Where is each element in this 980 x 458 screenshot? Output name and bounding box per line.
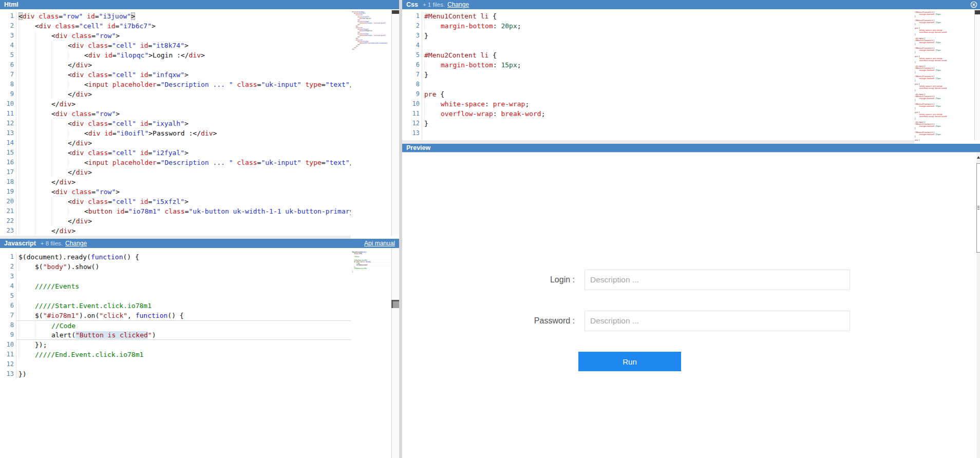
js-panel-header: Javascript + 8 files. Change Api manual	[0, 239, 399, 248]
js-api-manual-link[interactable]: Api manual	[364, 240, 395, 247]
code-line: 11overflow-wrap: break-word;	[402, 109, 914, 119]
line-number: 9	[0, 330, 14, 340]
css-vertical-scrollbar[interactable]	[974, 9, 980, 140]
code-line: 8	[402, 80, 914, 89]
line-number: 13	[402, 128, 420, 138]
code-line: 20<div class="cell" id="i5xfzl">	[0, 197, 351, 206]
code-line: 12}	[402, 119, 914, 128]
css-minimap[interactable]: #Menu1Content li {margin-bottom: 20px;}#…	[914, 11, 974, 141]
line-number: 4	[0, 41, 14, 50]
code-line: 8//Code	[0, 320, 351, 330]
line-number: 10	[402, 99, 420, 109]
code-line: 2margin-bottom: 20px;	[402, 21, 914, 31]
line-number: 12	[402, 119, 420, 128]
code-line: 5	[0, 291, 351, 301]
line-number: 12	[0, 359, 14, 369]
code-line: 4<div class="cell" id="it8k74">	[0, 41, 351, 50]
splitter-handle[interactable]	[391, 300, 399, 308]
code-line: 13})	[0, 369, 351, 379]
code-line: 3}	[402, 31, 914, 41]
code-line: 7$("#io78m1").on("click", function() {	[0, 311, 351, 320]
line-number: 20	[0, 197, 14, 206]
line-number: 6	[0, 60, 14, 70]
html-panel-title: Html	[4, 1, 18, 8]
line-number: 17	[0, 167, 14, 177]
line-number: 11	[0, 109, 14, 119]
line-number: 4	[0, 281, 14, 291]
code-line: pre {	[914, 139, 974, 141]
code-line: 23</div>	[0, 226, 351, 236]
js-code-editor[interactable]: 1$(document).ready(function() {2$("body"…	[0, 248, 351, 458]
code-line: 12<div class="cell" id="ixyalh">	[0, 119, 351, 128]
css-change-link[interactable]: Change	[447, 1, 469, 8]
code-line: 11/////End.Event.click.io78m1	[0, 350, 351, 359]
code-line: 9pre {	[402, 89, 914, 99]
line-number: 16	[0, 158, 14, 167]
code-line: 5<div id="ilopqc">Login :</div>	[0, 50, 351, 60]
code-line: 8<input placeholder="Description ... " c…	[0, 80, 351, 89]
line-number: 3	[0, 272, 14, 281]
html-minimap[interactable]: <div class="row" id="i3juow"><div class=…	[352, 11, 391, 53]
code-line: 6margin-bottom: 15px;	[402, 60, 914, 70]
code-line: 14</div>	[0, 138, 351, 148]
line-number: 8	[402, 80, 420, 89]
line-number: 11	[402, 109, 420, 119]
code-line: 9</div>	[0, 89, 351, 99]
js-files-note: + 8 files.	[41, 240, 63, 246]
code-line: 3	[0, 272, 351, 281]
code-line: 13<div id="i0oifl">Password :</div>	[0, 128, 351, 138]
code-line: })	[352, 271, 390, 273]
line-number: 5	[402, 50, 420, 60]
line-number: 5	[0, 50, 14, 60]
code-line: 13	[402, 128, 914, 138]
code-line: 1<div class="row" id="i3juow">	[0, 11, 351, 21]
circle-close-icon[interactable]	[970, 1, 977, 8]
code-line: 16<input placeholder="Description ... " …	[0, 158, 351, 167]
line-number: 8	[0, 80, 14, 89]
line-number: 10	[0, 99, 14, 109]
line-number: 3	[402, 31, 420, 41]
scrollbar-up-arrow-icon[interactable]	[977, 156, 980, 159]
code-line: 10white-space: pre-wrap;	[402, 99, 914, 109]
line-number: 9	[0, 89, 14, 99]
line-number: 1	[0, 11, 14, 21]
line-number: 1	[0, 252, 14, 262]
js-vertical-scrollbar[interactable]	[391, 248, 399, 458]
line-number: 19	[0, 187, 14, 197]
code-line: 18</div>	[0, 177, 351, 187]
login-input[interactable]	[585, 270, 850, 290]
css-panel-title: Css	[406, 1, 418, 8]
code-line: 15<div class="cell" id="i2fyal">	[0, 148, 351, 158]
password-label: Password :	[498, 311, 575, 331]
line-number: 2	[402, 21, 420, 31]
code-line: 10</div>	[0, 99, 351, 109]
css-files-note: + 1 files.	[423, 2, 445, 8]
line-number: 12	[0, 119, 14, 128]
line-number: 13	[0, 369, 14, 379]
html-vertical-scrollbar[interactable]	[391, 9, 399, 236]
run-button[interactable]: Run	[578, 352, 681, 371]
line-number: 13	[0, 128, 14, 138]
code-line: 21<button id="io78m1" class="uk-button u…	[0, 206, 351, 216]
line-number: 5	[0, 291, 14, 301]
code-line: 6</div>	[0, 60, 351, 70]
css-code-editor[interactable]: 1#Menu1Content li {2margin-bottom: 20px;…	[402, 9, 914, 140]
preview-panel-header: Preview	[402, 144, 980, 152]
line-number: 11	[0, 350, 14, 359]
html-vertical-scrollbar-thumb[interactable]	[392, 10, 399, 14]
code-line: 12	[0, 359, 351, 369]
code-line: 4/////Events	[0, 281, 351, 291]
code-line: 1$(document).ready(function() {	[0, 252, 351, 262]
code-line: 1#Menu1Content li {	[402, 11, 914, 21]
code-line: 3<div class="row">	[0, 31, 351, 41]
js-change-link[interactable]: Change	[65, 240, 87, 247]
code-line: 7<div class="cell" id="infqxw">	[0, 70, 351, 80]
password-input[interactable]	[585, 311, 850, 331]
html-code-editor[interactable]: 1<div class="row" id="i3juow">2<div clas…	[0, 9, 351, 236]
preview-scrollbar-thumb[interactable]	[976, 163, 980, 253]
css-vertical-scrollbar-thumb[interactable]	[975, 10, 980, 14]
css-horizontal-scrollbar[interactable]	[402, 140, 914, 144]
preview-scrollbar[interactable]	[976, 152, 980, 458]
code-line: 4	[402, 41, 914, 50]
js-minimap[interactable]: $(document).ready(function() {$("body").…	[352, 251, 390, 274]
